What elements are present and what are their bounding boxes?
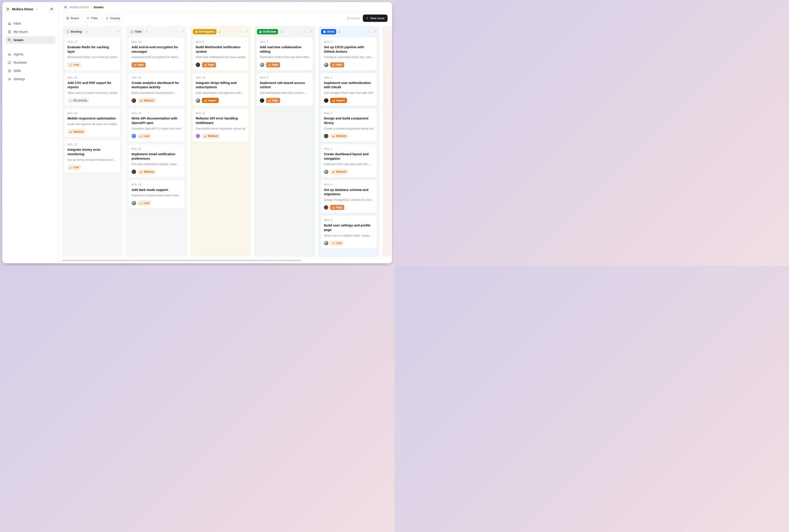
issue-card[interactable]: MUL-20 Integrate Sentry error monitoring… <box>64 139 120 173</box>
sidebar-item-skills[interactable]: Skills <box>5 67 55 75</box>
workspace-switcher[interactable]: M Multica Demo <box>5 5 55 13</box>
sidebar-item-runtimes[interactable]: Runtimes <box>5 59 55 66</box>
priority-badge: Low <box>68 62 81 68</box>
column-todo: Todo 5 MUL-12 Add end-to-end encryption … <box>126 26 187 256</box>
issue-id: MUL-12 <box>132 40 182 43</box>
issue-card[interactable]: MUL-10 Integrate Stripe billing and subs… <box>192 73 249 106</box>
chevron-down-icon <box>35 7 39 11</box>
priority-badge: High <box>330 62 344 68</box>
column-count: 6 <box>338 30 340 34</box>
issue-id: MUL-11 <box>196 112 245 115</box>
monitor-icon <box>7 61 12 64</box>
issue-card[interactable]: MUL-18 Add CSV and PDF export for report… <box>64 73 120 106</box>
issue-footer: Low <box>132 134 182 139</box>
assignee-avatar-photo <box>260 62 264 67</box>
priority-badge: Medium <box>138 169 156 174</box>
issue-title: Integrate Stripe billing and subscriptio… <box>196 81 245 90</box>
priority-badge: Low <box>68 165 81 170</box>
assignee-avatar-photo <box>260 98 264 103</box>
issue-card[interactable]: MUL-13 Create analytics dashboard for wo… <box>128 73 185 106</box>
sidebar-item-label: Runtimes <box>14 61 27 64</box>
column-more-button[interactable] <box>366 30 370 34</box>
column-add-button[interactable] <box>309 30 313 34</box>
issue-footer: Low <box>68 62 117 68</box>
priority-badge: High <box>132 62 146 68</box>
sidebar-item-label: Issues <box>14 38 23 42</box>
priority-badge: Low <box>330 241 343 246</box>
horizontal-scrollbar[interactable] <box>62 260 302 261</box>
issue-title: Mobile responsive optimization <box>68 116 117 121</box>
priority-icon <box>332 99 335 102</box>
issue-title: Create dashboard layout and navigation <box>324 152 374 161</box>
issue-id: MUL-16 <box>132 183 182 186</box>
issue-card[interactable]: MUL-5 Set up database schema and migrati… <box>321 180 377 213</box>
new-issue-button[interactable]: New Issue <box>363 15 388 22</box>
issue-id: MUL-19 <box>68 112 117 115</box>
issue-card[interactable]: MUL-4 Create dashboard layout and naviga… <box>321 144 377 177</box>
issue-card[interactable]: MUL-16 Add dark mode support Implement s… <box>128 180 185 209</box>
status-pill: In Progress <box>193 29 217 34</box>
priority-label: Medium <box>74 130 83 133</box>
issue-card[interactable]: MUL-17 Evaluate Redis for caching layer … <box>64 37 120 71</box>
issue-footer: Medium <box>196 134 245 139</box>
column-add-button[interactable] <box>373 30 377 34</box>
issue-card[interactable]: MUL-6 Build user settings and profile pa… <box>321 215 377 249</box>
column-more-button[interactable] <box>302 30 306 34</box>
sidebar-item-inbox[interactable]: Inbox <box>5 20 55 27</box>
priority-icon <box>204 63 207 66</box>
column-in-review: In Review 2 MUL-7 Add real-time collabor… <box>254 26 315 256</box>
issue-title: Add end-to-end encryption for messages <box>132 45 182 54</box>
issue-footer: — No priority <box>68 98 117 103</box>
issue-description: Implement system-aware dark mode… <box>132 193 182 197</box>
column-header: In Progress 3 <box>192 28 249 35</box>
column-add-button[interactable] <box>117 30 120 34</box>
column-more-button[interactable] <box>238 30 242 34</box>
issue-card[interactable]: MUL-19 Mobile responsive optimization Au… <box>64 108 120 137</box>
assignee-avatar-photo <box>324 205 328 210</box>
assignee-avatar-photo <box>324 62 328 67</box>
issue-card[interactable]: MUL-15 Implement email notification pref… <box>128 144 185 177</box>
sidebar-item-my-issues[interactable]: My Issues <box>5 28 55 36</box>
issue-card[interactable]: MUL-9 Build WebSocket notification syste… <box>192 37 249 71</box>
sidebar-item-agents[interactable]: Agents <box>5 51 55 58</box>
display-button[interactable]: Display <box>102 15 123 22</box>
issue-card[interactable]: MUL-8 Implement role-based access contro… <box>257 73 313 106</box>
priority-icon <box>140 99 143 102</box>
sidebar-item-issues[interactable]: Issues <box>5 36 55 44</box>
issue-card[interactable]: MUL-14 Write API documentation with Open… <box>128 108 185 142</box>
issue-description: Add subscription management with… <box>196 91 245 95</box>
priority-icon <box>332 135 335 137</box>
board-view-label: Board <box>71 17 79 20</box>
issue-description: Build a dashboard showing team… <box>132 91 182 95</box>
issue-id: MUL-14 <box>132 112 182 115</box>
filter-label: Filter <box>91 17 98 20</box>
priority-badge: Low <box>138 200 151 206</box>
priority-label: Low <box>74 63 79 66</box>
issue-card[interactable]: MUL-12 Add end-to-end encryption for mes… <box>128 37 185 71</box>
column-add-button[interactable] <box>245 30 248 34</box>
compose-button[interactable] <box>48 5 55 13</box>
workspace-logo: M <box>5 7 10 12</box>
priority-icon <box>70 63 72 66</box>
priority-label: High <box>272 99 278 102</box>
column-more-button[interactable] <box>174 30 177 34</box>
priority-label: Low <box>74 166 79 169</box>
issue-card[interactable]: MUL-3 Design and build component library… <box>321 108 377 142</box>
priority-badge: Low <box>138 134 151 139</box>
issue-card[interactable]: MUL-1 Set up CI/CD pipeline with GitHub … <box>321 37 377 71</box>
priority-badge: High <box>202 62 216 68</box>
issue-description: Per-user notification settings: issue… <box>132 162 182 166</box>
assignee-avatar-photo <box>324 98 328 103</box>
column-more-button[interactable] <box>110 30 113 34</box>
issue-card[interactable]: MUL-7 Add real-time collaborative editin… <box>257 37 313 71</box>
board-view-button[interactable]: Board <box>63 15 82 22</box>
issue-card[interactable]: MUL-2 Implement user authentication with… <box>321 73 377 106</box>
issue-description: Allow users to update name, avatar,… <box>324 234 374 238</box>
column-add-button[interactable] <box>181 30 184 34</box>
issue-card[interactable]: MUL-11 Refactor API error handling middl… <box>192 108 249 142</box>
filter-button[interactable]: Filter <box>83 15 101 22</box>
column-label: In Progress <box>199 30 214 33</box>
sidebar-item-settings[interactable]: Settings <box>5 75 55 83</box>
breadcrumb-workspace[interactable]: Multica Demo <box>70 5 89 9</box>
book-icon <box>7 69 12 73</box>
